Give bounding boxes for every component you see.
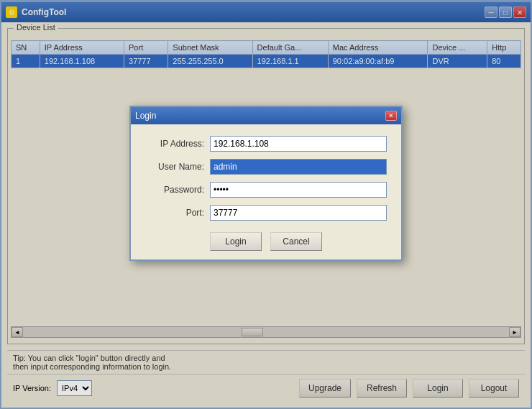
dialog-login-button[interactable]: Login — [210, 232, 262, 251]
dialog-title: Login — [135, 111, 156, 121]
dialog-cancel-button[interactable]: Cancel — [270, 232, 322, 251]
username-label: User Name: — [145, 162, 210, 172]
username-input[interactable] — [210, 159, 387, 175]
password-input[interactable] — [210, 182, 387, 198]
ip-address-row: IP Address: — [145, 136, 387, 152]
port-input[interactable] — [210, 205, 387, 221]
login-dialog: Login ✕ IP Address: User Name: Password: — [129, 106, 403, 261]
password-row: Password: — [145, 182, 387, 198]
ip-address-input[interactable] — [210, 136, 387, 152]
dialog-close-button[interactable]: ✕ — [385, 111, 397, 121]
modal-overlay: Login ✕ IP Address: User Name: Password: — [1, 2, 531, 408]
dialog-title-bar: Login ✕ — [131, 107, 401, 124]
port-label: Port: — [145, 208, 210, 218]
ip-address-label: IP Address: — [145, 139, 210, 149]
username-row: User Name: — [145, 159, 387, 175]
port-row: Port: — [145, 205, 387, 221]
password-label: Password: — [145, 185, 210, 195]
main-window: ⚙ ConfigTool ─ □ ✕ Device List SN IP Add… — [0, 0, 532, 409]
dialog-buttons: Login Cancel — [145, 232, 387, 251]
dialog-body: IP Address: User Name: Password: Port: L… — [131, 124, 401, 259]
